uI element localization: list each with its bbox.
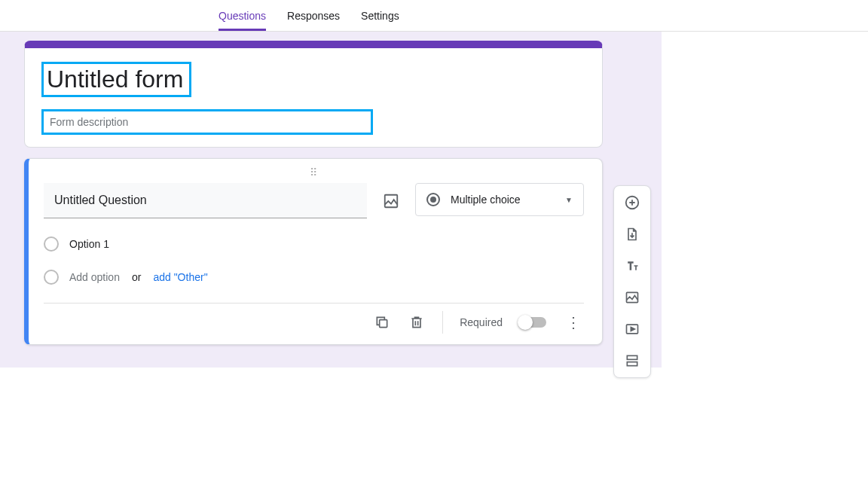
form-header-card: Untitled form Form description [24,41,603,148]
svg-rect-6 [627,362,637,366]
add-option-button[interactable]: Add option [69,271,120,283]
svg-rect-5 [627,355,637,359]
form-description-input[interactable]: Form description [50,116,365,128]
tab-settings[interactable]: Settings [361,10,399,31]
required-toggle[interactable] [519,317,546,328]
option-radio-icon [44,236,59,252]
form-title-highlight: Untitled form [41,62,191,97]
question-row: Multiple choice ▼ [44,183,584,218]
question-type-dropdown[interactable]: Multiple choice ▼ [415,183,584,216]
required-label: Required [460,316,503,328]
tab-bar: Questions Responses Settings [0,0,868,32]
add-other-button[interactable]: add "Other" [153,271,207,283]
or-label: or [132,271,141,283]
duplicate-icon[interactable] [373,313,391,331]
tab-responses[interactable]: Responses [287,10,340,31]
more-options-icon[interactable]: ⋮ [563,313,584,331]
workspace: Untitled form Form description ⠿ Multipl… [0,32,662,368]
question-text-input[interactable] [44,183,367,218]
add-image-icon[interactable] [382,192,400,210]
side-toolbar [613,185,651,378]
question-card: ⠿ Multiple choice ▼ Option 1 Add option … [24,158,603,345]
question-footer: Required ⋮ [44,303,584,341]
form-description-highlight: Form description [41,109,373,135]
drag-handle-icon[interactable]: ⠿ [44,166,584,178]
tab-questions[interactable]: Questions [219,10,266,31]
add-video-icon[interactable] [623,320,641,338]
question-type-label: Multiple choice [451,194,555,206]
option-text-input[interactable]: Option 1 [69,238,109,250]
import-questions-icon[interactable] [623,225,641,243]
radio-icon [426,193,440,206]
add-section-icon[interactable] [623,352,641,370]
add-title-icon[interactable] [623,257,641,275]
add-question-icon[interactable] [623,194,641,212]
option-radio-icon [44,270,59,285]
svg-rect-1 [380,320,387,328]
delete-icon[interactable] [408,313,426,331]
add-option-row: Add option or add "Other" [44,270,584,285]
add-image-icon[interactable] [623,288,641,307]
divider [442,311,443,334]
dropdown-arrow-icon: ▼ [565,196,573,204]
option-row: Option 1 [44,236,584,252]
form-title-input[interactable]: Untitled form [47,66,183,93]
options-list: Option 1 Add option or add "Other" [44,236,584,285]
